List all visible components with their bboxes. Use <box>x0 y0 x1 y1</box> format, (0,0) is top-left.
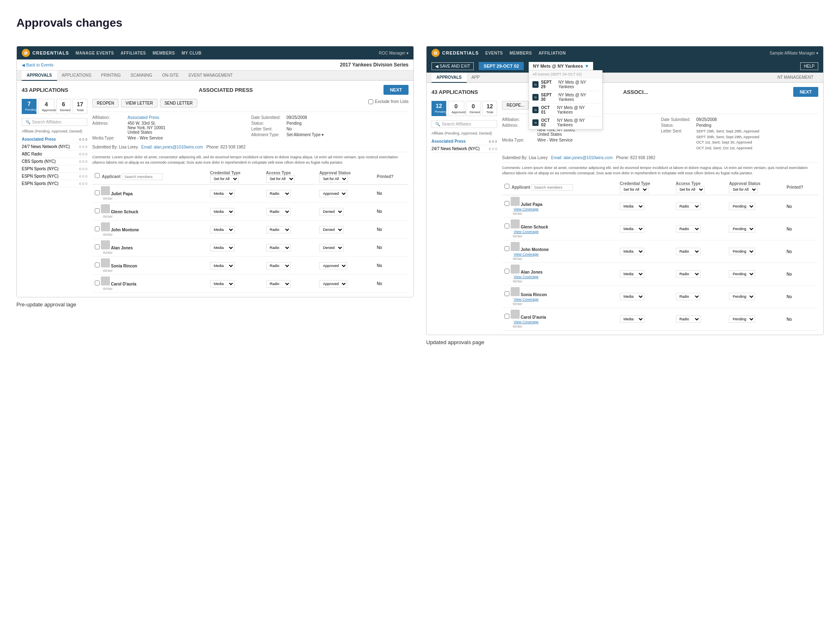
member-cb-4-pre[interactable] <box>95 262 100 267</box>
member-cb-1-pre[interactable] <box>95 208 100 213</box>
member-cb-3-upd[interactable] <box>504 269 509 274</box>
view-coverage-2-upd[interactable]: View Coverage <box>514 252 539 256</box>
tab-app-upd[interactable]: APP <box>467 73 485 83</box>
affiliate-item-1[interactable]: 24/7 News Network (NYC) 6 0 0 <box>22 143 87 151</box>
status-select-4-upd[interactable]: Pending <box>729 293 755 300</box>
status-select-5-pre[interactable]: Approved <box>319 280 347 288</box>
game-opt-0[interactable]: N SEPT 29 NY Mets @ NY Yankees <box>529 78 602 91</box>
credential-set-all-pre[interactable]: Set for All <box>210 175 239 183</box>
member-cb-2-upd[interactable] <box>504 246 509 251</box>
affiliate-item-2[interactable]: ABC Radio 6 0 0 <box>22 151 87 158</box>
select-all-pre[interactable] <box>95 173 100 178</box>
member-cb-5-pre[interactable] <box>95 281 100 285</box>
affiliate-item-6[interactable]: ESPN Sports (NYC) 6 0 0 <box>22 180 87 187</box>
member-cb-0-upd[interactable] <box>504 201 509 206</box>
member-cb-5-upd[interactable] <box>504 314 509 319</box>
cred-select-2-upd[interactable]: Media <box>620 248 644 255</box>
access-select-2-upd[interactable]: Radio <box>676 248 701 255</box>
view-coverage-3-upd[interactable]: View Coverage <box>514 275 539 279</box>
search-members-pre[interactable] <box>122 173 163 180</box>
member-cb-3-pre[interactable] <box>95 244 100 249</box>
view-letter-btn-pre[interactable]: VIEW LETTER <box>121 99 158 107</box>
tab-applications-pre[interactable]: APPLICATIONS <box>57 71 96 81</box>
cred-select-0-pre[interactable]: Media <box>210 190 235 197</box>
nav-events-upd[interactable]: EVENTS <box>485 51 503 55</box>
nav-members-upd[interactable]: MEMBERS <box>509 51 532 55</box>
access-select-1-upd[interactable]: Radio <box>676 225 701 233</box>
reopen-btn-pre[interactable]: REOPEN <box>92 99 119 107</box>
affiliate-item-upd-1[interactable]: 24/7 News Network (NYC) 6 0 0 <box>431 145 497 153</box>
member-cb-0-pre[interactable] <box>95 190 100 195</box>
view-coverage-0-upd[interactable]: View Coverage <box>514 207 539 211</box>
affiliate-item-5[interactable]: ESPN Sports (NYC) 6 0 0 <box>22 173 87 180</box>
tab-approvals-pre[interactable]: APPROVALS <box>22 71 57 81</box>
cred-select-4-pre[interactable]: Media <box>210 262 235 269</box>
access-select-3-upd[interactable]: Radio <box>676 270 701 278</box>
tab-approvals-upd[interactable]: APPROVALS <box>431 73 467 83</box>
nav-right-pre[interactable]: ROC Manager ▾ <box>379 51 409 55</box>
access-select-4-upd[interactable]: Radio <box>676 293 701 300</box>
status-select-2-pre[interactable]: Denied <box>319 226 344 233</box>
nav-right-upd[interactable]: Sample Affiliate Manager ▾ <box>769 51 818 55</box>
status-select-3-pre[interactable]: Denied <box>319 244 344 251</box>
access-select-5-upd[interactable]: Radio <box>676 315 701 323</box>
back-link-pre[interactable]: ◀ Back to Events <box>22 63 53 67</box>
member-cb-2-pre[interactable] <box>95 226 100 231</box>
affiliate-item-upd-0[interactable]: Associated Press 6 0 0 <box>431 138 497 145</box>
exclude-checkbox-pre[interactable] <box>368 99 373 104</box>
search-affiliates-pre[interactable]: 🔍 Search Affiliates <box>22 118 87 126</box>
status-select-5-upd[interactable]: Pending <box>729 315 755 323</box>
game-selector-upd[interactable]: NY Mets @ NY Yankees ▼ <box>529 62 593 70</box>
access-select-3-pre[interactable]: Radio <box>266 244 291 251</box>
select-all-upd[interactable] <box>504 184 509 189</box>
affiliate-item-3[interactable]: CBS Sports (NYC) 6 0 0 <box>22 158 87 165</box>
next-btn-pre[interactable]: NEXT <box>383 85 409 95</box>
view-coverage-1-upd[interactable]: View Coverage <box>514 230 539 234</box>
affiliate-item-4[interactable]: ESPN Sports (NYC) 6 0 0 <box>22 165 87 173</box>
cred-select-4-upd[interactable]: Media <box>620 293 644 300</box>
tab-nt-mgmt-upd[interactable]: NT MANAGEMENT <box>772 73 818 83</box>
access-select-0-upd[interactable]: Radio <box>676 203 701 210</box>
cred-select-1-pre[interactable]: Media <box>210 208 235 215</box>
tab-on-site-pre[interactable]: ON-SITE <box>157 71 184 81</box>
next-btn-upd[interactable]: NEXT <box>793 87 818 97</box>
status-select-2-upd[interactable]: Pending <box>729 248 755 255</box>
status-select-0-pre[interactable]: Approved <box>319 190 347 197</box>
nav-affiliates[interactable]: AFFILIATES <box>121 51 146 55</box>
cred-select-2-pre[interactable]: Media <box>210 226 235 233</box>
status-select-1-pre[interactable]: Denied <box>319 208 344 215</box>
game-opt-3[interactable]: N OCT 02 NY Mets @ NY Yankees <box>529 116 602 129</box>
date-range-upd[interactable]: SEPT 29-OCT 02 <box>479 62 524 70</box>
save-exit-btn-upd[interactable]: ◀ SAVE AND EXIT <box>431 62 474 70</box>
dropdown-header[interactable]: All Games (SEPT 29-OCT 02) <box>529 71 602 78</box>
affiliate-item-0[interactable]: Associated Press 6 0 0 <box>22 136 87 143</box>
tab-scanning-pre[interactable]: SCANNING <box>126 71 157 81</box>
status-set-all-pre[interactable]: Set for All <box>319 175 348 183</box>
access-select-1-pre[interactable]: Radio <box>266 208 291 215</box>
cred-select-5-upd[interactable]: Media <box>620 315 644 323</box>
status-select-3-upd[interactable]: Pending <box>729 270 755 278</box>
access-set-all-upd[interactable]: Set for All <box>676 186 705 193</box>
cred-select-3-upd[interactable]: Media <box>620 270 644 278</box>
game-opt-2[interactable]: N OCT 01 NY Mets @ NY Yankees <box>529 104 602 116</box>
nav-members[interactable]: MEMBERS <box>153 51 175 55</box>
credential-set-all-upd[interactable]: Set for All <box>620 186 648 193</box>
cred-select-0-upd[interactable]: Media <box>620 203 644 210</box>
game-opt-1[interactable]: N SEPT 30 NY Mets @ NY Yankees <box>529 91 602 104</box>
access-set-all-pre[interactable]: Set for All <box>266 175 295 183</box>
status-set-all-upd[interactable]: Set for All <box>729 186 758 193</box>
access-select-4-pre[interactable]: Radio <box>266 262 291 269</box>
send-letter-btn-pre[interactable]: SEND LETTER <box>160 99 197 107</box>
cred-select-5-pre[interactable]: Media <box>210 280 235 288</box>
access-select-5-pre[interactable]: Radio <box>266 280 291 288</box>
status-select-1-upd[interactable]: Pending <box>729 225 755 233</box>
cred-select-3-pre[interactable]: Media <box>210 244 235 251</box>
status-select-0-upd[interactable]: Pending <box>729 203 755 210</box>
view-coverage-5-upd[interactable]: View Coverage <box>514 320 539 324</box>
tab-printing-pre[interactable]: PRINTING <box>96 71 126 81</box>
access-select-0-pre[interactable]: Radio <box>266 190 291 197</box>
nav-manage-events[interactable]: MANAGE EVENTS <box>75 51 114 55</box>
status-select-4-pre[interactable]: Approved <box>319 262 347 269</box>
tab-event-mgmt-pre[interactable]: EVENT MANAGEMENT <box>184 71 238 81</box>
view-coverage-4-upd[interactable]: View Coverage <box>514 297 539 301</box>
